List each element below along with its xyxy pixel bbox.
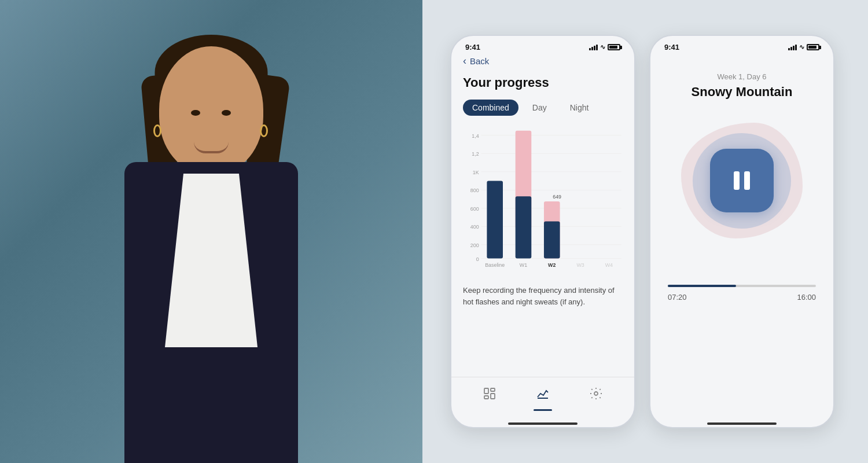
battery-icon-1 <box>608 44 620 50</box>
pause-bar-right <box>744 171 750 190</box>
session-title: Snowy Mountain <box>662 84 822 100</box>
back-arrow-icon[interactable]: ‹ <box>463 55 466 67</box>
home-indicator-2 <box>707 422 777 425</box>
status-bar-2: 9:41 ∿ <box>650 36 833 55</box>
svg-text:1,4: 1,4 <box>472 133 479 139</box>
bar-w1-dark <box>516 196 532 258</box>
meditation-visual <box>678 117 806 244</box>
nav-library-icon[interactable] <box>478 384 501 406</box>
svg-text:W1: W1 <box>520 262 527 268</box>
signal-bars-1 <box>589 45 598 50</box>
tab-day[interactable]: Day <box>523 100 556 116</box>
wifi-icon-2: ∿ <box>799 43 804 51</box>
status-bar-1: 9:41 ∿ <box>451 36 634 55</box>
progress-total: 16:00 <box>797 293 816 302</box>
chart-note: Keep recording the frequency and intensi… <box>463 285 623 307</box>
svg-text:0: 0 <box>476 256 479 262</box>
bar-baseline-dark <box>487 181 503 259</box>
week-label: Week 1, Day 6 <box>662 72 822 81</box>
signal-bar-5 <box>788 48 790 50</box>
signal-bar-4 <box>596 45 598 50</box>
signal-bars-2 <box>788 45 797 50</box>
battery-fill-1 <box>609 46 617 49</box>
phone2-content: Week 1, Day 6 Snowy Mountain <box>650 55 833 418</box>
eye-right <box>222 110 231 116</box>
status-icons-2: ∿ <box>788 43 819 51</box>
svg-text:200: 200 <box>470 242 479 248</box>
eye-left <box>191 110 200 116</box>
svg-text:W4: W4 <box>605 262 613 268</box>
tab-row: Combined Day Night <box>463 100 623 116</box>
signal-bar-2 <box>591 47 593 50</box>
pause-button[interactable] <box>710 149 774 212</box>
progress-fill <box>668 285 736 287</box>
status-icons-1: ∿ <box>589 43 620 51</box>
svg-text:400: 400 <box>470 224 479 230</box>
status-time-1: 9:41 <box>465 43 480 52</box>
nav-active-indicator <box>534 409 552 411</box>
signal-bar-8 <box>795 45 797 50</box>
svg-rect-23 <box>491 394 495 399</box>
phone-progress: 9:41 ∿ ‹ Back Your progre <box>450 35 635 428</box>
svg-text:1,2: 1,2 <box>472 151 479 157</box>
photo-background <box>0 0 422 463</box>
nav-settings-icon[interactable] <box>584 384 608 406</box>
svg-rect-22 <box>491 388 495 391</box>
back-label[interactable]: Back <box>470 56 489 66</box>
svg-text:W3: W3 <box>576 262 584 268</box>
chart-container: 1,4 1,2 1K 800 600 400 200 0 <box>463 126 623 358</box>
nav-chart-icon[interactable] <box>531 384 554 406</box>
signal-bar-6 <box>790 47 792 50</box>
status-time-2: 9:41 <box>664 43 679 52</box>
phone-meditation: 9:41 ∿ Week 1, Day 6 Snowy Mountain <box>649 35 834 428</box>
earring-left <box>153 124 161 137</box>
phone1-content: ‹ Back Your progress Combined Day Night … <box>451 55 634 377</box>
signal-bar-3 <box>594 46 595 50</box>
signal-bar-7 <box>793 46 795 50</box>
home-indicator-1 <box>508 422 578 425</box>
face <box>159 46 263 174</box>
photo-section <box>0 0 422 463</box>
bar-w2-dark <box>544 222 560 259</box>
bottom-nav-1 <box>451 377 634 418</box>
svg-rect-24 <box>484 396 488 399</box>
bar-annotation: 649 <box>553 194 561 200</box>
earring-right <box>260 124 268 137</box>
phones-section: 9:41 ∿ ‹ Back Your progre <box>422 0 868 463</box>
progress-track <box>668 285 816 287</box>
svg-text:600: 600 <box>470 206 479 212</box>
svg-text:W2: W2 <box>548 262 556 268</box>
page-title: Your progress <box>463 75 623 90</box>
svg-text:800: 800 <box>470 188 479 193</box>
tab-combined[interactable]: Combined <box>463 100 518 116</box>
svg-point-26 <box>594 392 598 395</box>
wifi-icon-1: ∿ <box>600 43 605 51</box>
tab-night[interactable]: Night <box>561 100 598 116</box>
svg-text:Baseline: Baseline <box>485 262 505 268</box>
signal-bar-1 <box>589 48 591 50</box>
progress-chart: 1,4 1,2 1K 800 600 400 200 0 <box>463 126 623 277</box>
svg-text:1K: 1K <box>473 170 479 175</box>
pause-bar-left <box>734 171 740 190</box>
smile <box>194 142 229 153</box>
progress-current: 07:20 <box>668 293 687 302</box>
battery-icon-2 <box>807 44 819 50</box>
pause-icon <box>734 171 750 190</box>
battery-fill-2 <box>808 46 816 49</box>
progress-times: 07:20 16:00 <box>668 293 816 302</box>
progress-section: 07:20 16:00 <box>662 285 822 302</box>
woman-figure <box>67 29 356 463</box>
back-nav[interactable]: ‹ Back <box>463 55 623 67</box>
svg-rect-21 <box>484 388 488 394</box>
